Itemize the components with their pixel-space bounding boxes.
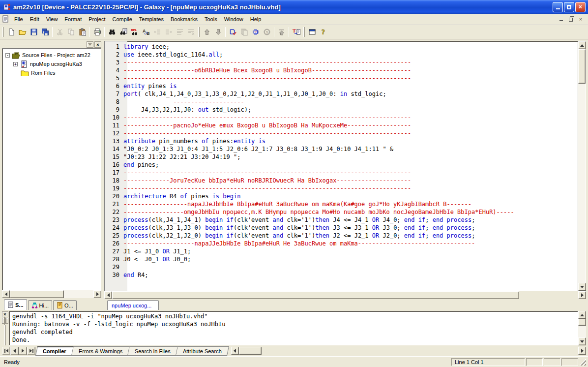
maximize-button[interactable]: [564, 2, 574, 12]
output-tab-search-in-files[interactable]: Search in Files: [128, 346, 178, 356]
cut-button[interactable]: [54, 27, 65, 38]
format-block-button[interactable]: [174, 27, 185, 38]
code-line[interactable]: 22-----------------omgeJbHbIu npoµecc,m.…: [105, 208, 578, 216]
panel-menu-button[interactable]: [87, 41, 93, 48]
collapse-icon[interactable]: -: [5, 53, 10, 58]
minimize-button[interactable]: [553, 2, 563, 12]
replace-text-button[interactable]: AB: [140, 27, 151, 38]
mdi-close-button[interactable]: ×: [577, 16, 585, 23]
panel-gripper[interactable]: [3, 44, 84, 45]
menu-bookmarks[interactable]: Bookmarks: [167, 15, 201, 24]
next-tab-button[interactable]: [19, 347, 27, 355]
expand-icon[interactable]: +: [13, 62, 18, 66]
close-button[interactable]: ×: [575, 2, 586, 12]
scroll-thumb[interactable]: [112, 291, 519, 299]
shift-left-button[interactable]: [151, 27, 163, 38]
code-line[interactable]: 26--------------------napaJJeJbHbIe BbIp…: [105, 240, 578, 247]
output-tab-attribute-search[interactable]: Attribute Search: [176, 346, 229, 356]
code-editor[interactable]: 1library ieee;2use ieee.std_logic_1164.a…: [105, 41, 578, 291]
code-line[interactable]: 1library ieee;: [105, 43, 578, 51]
compile-all-button[interactable]: [238, 27, 250, 38]
scroll-down-button[interactable]: [578, 337, 586, 345]
menu-window[interactable]: Window: [221, 15, 247, 24]
tree-item[interactable]: +npuMep ucxogHuKa3: [3, 60, 100, 68]
scroll-left-button[interactable]: [231, 347, 239, 355]
code-line[interactable]: 24process(clk,J3_1,J3_0) begin if(clk'ev…: [105, 224, 578, 232]
paste-button[interactable]: [77, 27, 88, 38]
fit-device-button[interactable]: [250, 27, 261, 38]
code-line[interactable]: 30end R4;: [105, 271, 578, 279]
shift-right-button[interactable]: [163, 27, 174, 38]
output-tab-compiler[interactable]: Compiler: [35, 346, 74, 356]
code-line[interactable]: 8 --------------------: [105, 98, 578, 106]
code-line[interactable]: 4--------------------o6bRBJeHue Bcex Bxo…: [105, 66, 578, 74]
save-all-button[interactable]: [39, 27, 51, 38]
code-line[interactable]: 27J1 <= J1_0 OR J1_1;: [105, 247, 578, 255]
code-line[interactable]: 10--------------------------------------…: [105, 114, 578, 122]
new-file-button[interactable]: [5, 27, 17, 38]
project-tree[interactable]: -Source Files - Project: am22+npuMep ucx…: [2, 48, 101, 290]
code-line[interactable]: 15"J0:23 J1:22 J2:21 J3:20 J4:19 ";: [105, 153, 578, 161]
editor-hscrollbar[interactable]: [104, 291, 586, 299]
editor-tab[interactable]: npuMep ucxog...: [107, 300, 159, 310]
program-device-button[interactable]: [276, 27, 287, 38]
code-line[interactable]: 18-------------Joru7ecKue bbIpa*eHuR noR…: [105, 177, 578, 184]
scroll-down-button[interactable]: [578, 283, 586, 291]
find-in-files-button[interactable]: [118, 27, 129, 38]
panel-tab-hi[interactable]: Hi...: [28, 300, 53, 310]
scroll-thumb[interactable]: [10, 290, 64, 298]
open-file-button[interactable]: [17, 27, 28, 38]
menu-edit[interactable]: Edit: [27, 15, 43, 24]
output-gripper[interactable]: [4, 325, 6, 345]
scroll-right-button[interactable]: [578, 347, 586, 355]
first-tab-button[interactable]: [2, 347, 10, 355]
tree-item[interactable]: -Source Files - Project: am22: [3, 51, 100, 60]
code-line[interactable]: 14"J0_0:2 J0_1:3 J1_0:4 J1_1:5 J2_0:6 J2…: [105, 145, 578, 153]
code-line[interactable]: 3---------------------------------------…: [105, 59, 578, 66]
resize-grip[interactable]: [579, 359, 586, 366]
code-line[interactable]: 6entity pines is: [105, 82, 578, 90]
code-line[interactable]: 23process(clk,J4_1,J4_1) begin if(clk'ev…: [105, 216, 578, 224]
print-button[interactable]: [91, 27, 103, 38]
code-line[interactable]: 25process(clk,J2_1,J2_0) begin if(clk'ev…: [105, 232, 578, 240]
panel-tab-o[interactable]: O...: [53, 300, 77, 310]
scroll-left-button[interactable]: [2, 290, 10, 298]
code-line[interactable]: 20architecture R4 of pines is begin: [105, 192, 578, 200]
code-line[interactable]: 5---------------------------------------…: [105, 74, 578, 82]
menu-help[interactable]: Help: [247, 15, 265, 24]
code-line[interactable]: 2use ieee.std_logic_1164.all;: [105, 51, 578, 59]
scroll-left-button[interactable]: [104, 291, 112, 299]
scroll-right-button[interactable]: [578, 291, 586, 299]
code-line[interactable]: 21------------------napaJJeJbHbIe BbIpa#…: [105, 200, 578, 208]
toolbar-gripper[interactable]: [198, 27, 200, 37]
output-vscrollbar[interactable]: [578, 311, 586, 345]
simulate-button[interactable]: S: [261, 27, 272, 38]
menu-view[interactable]: View: [43, 15, 61, 24]
scroll-up-button[interactable]: [578, 311, 586, 319]
panel-close-button[interactable]: ×: [94, 41, 101, 48]
output-tab-errors-warnings[interactable]: Errors & Warnings: [72, 346, 130, 356]
toolbar-gripper[interactable]: [303, 27, 305, 37]
scroll-thumb[interactable]: [239, 347, 262, 355]
find-button[interactable]: [106, 27, 118, 38]
mdi-document-icon[interactable]: [2, 15, 9, 23]
insert-template-button[interactable]: T: [291, 27, 302, 38]
replace-button[interactable]: RPL: [129, 27, 140, 38]
scroll-up-button[interactable]: [578, 41, 586, 49]
menu-project[interactable]: Project: [85, 15, 109, 24]
scroll-thumb[interactable]: [578, 319, 586, 326]
tree-hscrollbar[interactable]: [2, 290, 101, 298]
menu-format[interactable]: Format: [61, 15, 85, 24]
code-line[interactable]: 13attribute pin_numbers of pines:entity …: [105, 137, 578, 145]
menu-file[interactable]: File: [11, 15, 27, 24]
code-line[interactable]: 17--------------------------------------…: [105, 169, 578, 177]
tree-item[interactable]: Rom Files: [3, 68, 100, 77]
code-line[interactable]: 7port( clk,J4_1,J4_0,J3_1,J3_0,J2_1,J2_0…: [105, 90, 578, 98]
toolbar-gripper[interactable]: [2, 27, 4, 37]
copy-button[interactable]: [65, 27, 77, 38]
last-tab-button[interactable]: [27, 347, 35, 355]
help-button[interactable]: ?: [318, 27, 329, 38]
menu-tools[interactable]: Tools: [201, 15, 221, 24]
move-down-button[interactable]: [212, 27, 224, 38]
compile-button[interactable]: [227, 27, 238, 38]
